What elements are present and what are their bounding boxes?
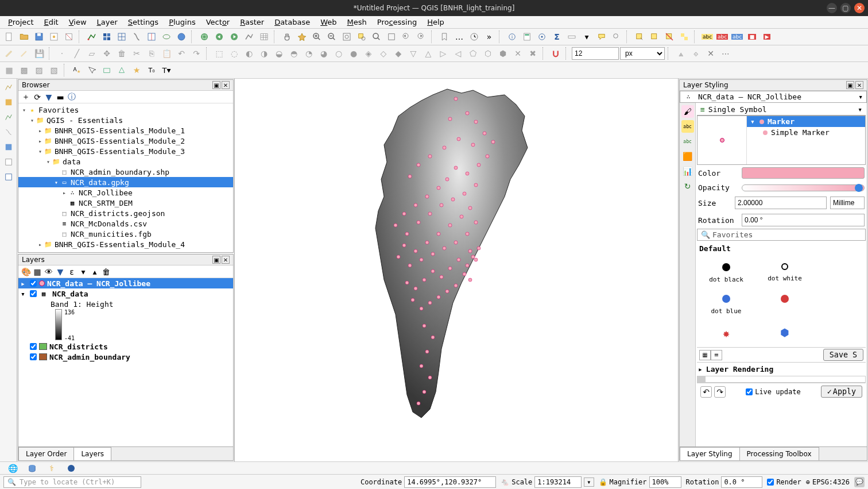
symbol-dot-black[interactable]: dot black bbox=[703, 263, 750, 283]
ds-virtual-icon[interactable] bbox=[2, 156, 15, 168]
menu-settings[interactable]: Settings bbox=[123, 17, 163, 28]
label-tool-rect-icon[interactable] bbox=[100, 63, 114, 77]
layers-collapse-icon[interactable]: ▴ bbox=[90, 267, 100, 277]
calc-icon[interactable] bbox=[520, 30, 534, 44]
save-project-icon[interactable] bbox=[32, 30, 46, 44]
layers-add-group-icon[interactable]: ▦ bbox=[32, 267, 42, 277]
topo-check-icon[interactable]: ⟐ bbox=[689, 47, 703, 60]
opacity-slider[interactable] bbox=[742, 184, 865, 191]
label-yt-icon[interactable]: ▶ bbox=[760, 30, 774, 44]
measure-dropdown-icon[interactable]: ▾ bbox=[580, 30, 594, 44]
menu-layer[interactable]: Layer bbox=[92, 17, 122, 28]
print-layout-icon[interactable] bbox=[47, 30, 61, 44]
browser-selected-item[interactable]: ▾▭NCR_data.gpkg bbox=[18, 177, 233, 187]
apply-button[interactable]: ✓Apply bbox=[821, 386, 862, 398]
scale-dropdown[interactable]: ▾ bbox=[584, 478, 594, 487]
grid-view-button[interactable]: ▦ bbox=[699, 350, 711, 360]
menu-vector[interactable]: Vector bbox=[202, 17, 234, 28]
layers-tree[interactable]: ▸NCR_data — NCR_Jollibee ▾▩NCR_data Band… bbox=[18, 278, 233, 446]
new-map-view-icon[interactable] bbox=[242, 30, 256, 44]
ds-delimited-icon[interactable] bbox=[2, 126, 15, 138]
tab-labels-icon[interactable]: abc bbox=[681, 120, 694, 133]
annotation-icon[interactable] bbox=[610, 30, 623, 44]
layers-style-icon[interactable]: 🎨 bbox=[21, 267, 31, 277]
size-unit-input[interactable] bbox=[830, 197, 865, 209]
save-symbol-button[interactable]: Save S bbox=[823, 349, 863, 361]
tab-layers[interactable]: Layers bbox=[73, 447, 111, 460]
menu-mesh[interactable]: Mesh bbox=[343, 17, 371, 28]
ds-wms-icon[interactable] bbox=[2, 171, 15, 183]
undo-style-button[interactable]: ↶ bbox=[700, 386, 712, 398]
layer-boundary-checkbox[interactable] bbox=[30, 353, 37, 360]
zoom-selection-icon[interactable] bbox=[355, 30, 369, 44]
menu-processing[interactable]: Processing bbox=[373, 17, 421, 28]
browser-add-icon[interactable]: ＋ bbox=[21, 92, 31, 102]
live-update-checkbox[interactable] bbox=[746, 388, 753, 395]
symbol-tree[interactable]: ▾Marker Simple Marker bbox=[697, 115, 866, 165]
layers-filter-icon[interactable]: ▼ bbox=[55, 267, 65, 277]
label-abc-icon[interactable]: abc bbox=[700, 30, 714, 44]
label-tool-t-icon[interactable]: T▾ bbox=[160, 63, 173, 77]
menu-project[interactable]: Project bbox=[3, 17, 38, 28]
new-project-icon[interactable] bbox=[2, 30, 16, 44]
layers-close-button[interactable]: ✕ bbox=[222, 256, 230, 264]
web-icon[interactable] bbox=[64, 461, 78, 475]
select-all-icon[interactable] bbox=[677, 30, 691, 44]
browser-collapse-icon[interactable]: ▬ bbox=[55, 92, 65, 102]
coord-input[interactable] bbox=[404, 476, 496, 488]
tab-layer-order[interactable]: Layer Order bbox=[18, 447, 74, 460]
layers-expr-icon[interactable]: ε bbox=[67, 267, 77, 277]
python-icon[interactable]: ⚕ bbox=[45, 461, 59, 475]
layer-districts-checkbox[interactable] bbox=[30, 343, 37, 350]
nav-previous-icon[interactable] bbox=[197, 30, 211, 44]
zoom-layer-icon[interactable] bbox=[370, 30, 383, 44]
identify-icon[interactable]: i bbox=[505, 30, 519, 44]
styling-undock-button[interactable]: ▣ bbox=[846, 81, 854, 89]
snap-tolerance-input[interactable] bbox=[572, 47, 619, 60]
browser-tree[interactable]: ▾★Favorites ▾📁QGIS - Essentials ▸📁BNHR_Q… bbox=[18, 103, 233, 251]
add-mesh-icon[interactable] bbox=[115, 30, 129, 44]
window-close-button[interactable]: ✕ bbox=[854, 3, 865, 13]
statistics-icon[interactable]: Σ bbox=[550, 30, 564, 44]
label-abc2-icon[interactable]: abc bbox=[715, 30, 729, 44]
add-vector-icon[interactable] bbox=[85, 30, 99, 44]
topo-edit-icon[interactable]: ⟁ bbox=[674, 47, 688, 60]
size-input[interactable] bbox=[735, 197, 827, 209]
ds-spatialite-icon[interactable] bbox=[2, 141, 15, 153]
ds-mesh-icon[interactable] bbox=[2, 111, 15, 124]
layers-visibility-icon[interactable]: 👁 bbox=[44, 267, 54, 277]
redo-style-button[interactable]: ↷ bbox=[714, 386, 726, 398]
label-abc3-icon[interactable]: abc bbox=[730, 30, 744, 44]
select-by-expr-icon[interactable] bbox=[648, 30, 661, 44]
menu-edit[interactable]: Edit bbox=[40, 17, 63, 28]
zoom-last-icon[interactable] bbox=[400, 30, 413, 44]
window-maximize-button[interactable]: ▢ bbox=[840, 3, 851, 13]
tab-processing-toolbox[interactable]: Processing Toolbox bbox=[739, 447, 819, 460]
render-checkbox[interactable] bbox=[767, 479, 774, 486]
layer-rendering-section[interactable]: ▸Layer Rendering bbox=[697, 362, 866, 376]
browser-close-button[interactable]: ✕ bbox=[222, 81, 230, 89]
symbol-marker-blue[interactable]: ⬢ bbox=[761, 326, 808, 340]
tab-layer-styling[interactable]: Layer Styling bbox=[680, 447, 740, 460]
menu-help[interactable]: Help bbox=[423, 17, 449, 28]
label-tool-star-icon[interactable]: ★ bbox=[130, 63, 144, 77]
browser-undock-button[interactable]: ▣ bbox=[212, 81, 220, 89]
snap-options-icon[interactable]: ⋯ bbox=[719, 47, 733, 60]
select-features-icon[interactable] bbox=[633, 30, 646, 44]
zoom-native-icon[interactable] bbox=[385, 30, 398, 44]
symbol-star-red[interactable]: ✸ bbox=[703, 326, 750, 340]
pencil-edit-icon[interactable] bbox=[2, 47, 16, 60]
layers-remove-icon[interactable]: 🗑 bbox=[101, 267, 111, 277]
magnifier-input[interactable] bbox=[649, 476, 681, 488]
zoom-in-icon[interactable] bbox=[310, 30, 324, 44]
add-delimited-icon[interactable] bbox=[130, 30, 144, 44]
temporal-icon[interactable] bbox=[467, 30, 481, 44]
menu-database[interactable]: Database bbox=[270, 17, 315, 28]
messages-icon[interactable]: 💬 bbox=[854, 477, 865, 487]
tab-history-icon[interactable]: ↻ bbox=[681, 180, 694, 192]
menu-plugins[interactable]: Plugins bbox=[164, 17, 200, 28]
menu-web[interactable]: Web bbox=[316, 17, 341, 28]
nav-3d-icon[interactable] bbox=[227, 30, 241, 44]
layers-undock-button[interactable]: ▣ bbox=[212, 256, 220, 264]
zoom-next-icon[interactable] bbox=[414, 30, 428, 44]
